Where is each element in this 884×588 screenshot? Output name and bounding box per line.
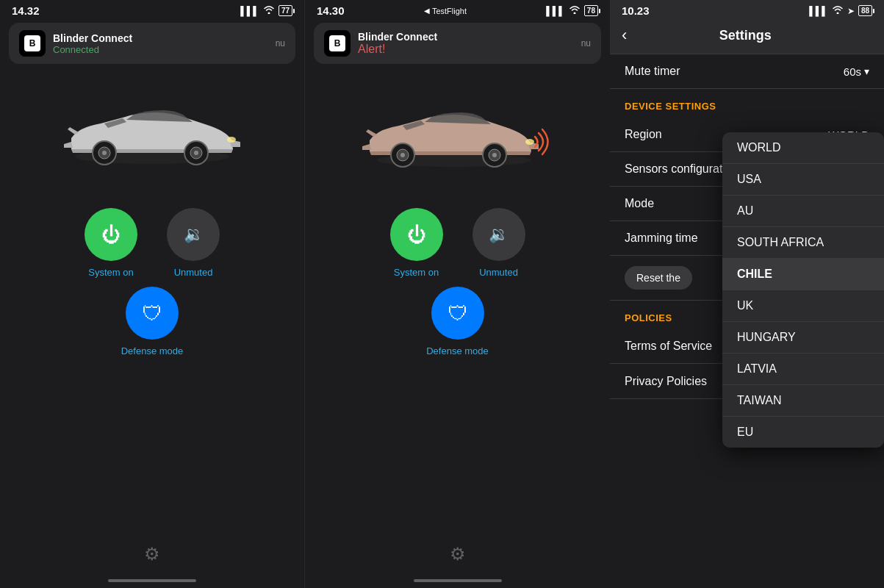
notification-content: Blinder Connect Connected — [53, 32, 268, 55]
dropdown-item-south-africa[interactable]: SOUTH AFRICA — [722, 227, 884, 259]
settings-wifi-icon — [832, 5, 844, 16]
shield-icon: 🛡 — [142, 301, 162, 326]
settings-signal-icon: ▌▌▌ — [809, 6, 828, 16]
reset-button-text: Reset the — [636, 272, 680, 284]
left-home-indicator — [108, 579, 196, 582]
left-notification-card: B Blinder Connect Connected nu — [9, 23, 295, 64]
settings-title: Settings — [636, 28, 855, 43]
back-button[interactable]: ‹ — [622, 26, 627, 45]
jamming-label: Jamming time — [625, 232, 698, 245]
left-gear-row[interactable]: ⚙ — [144, 544, 160, 564]
mute-timer-row: Mute timer 60s ▾ — [610, 54, 884, 89]
middle-gear-icon[interactable]: ⚙ — [450, 544, 466, 564]
dropdown-item-au[interactable]: AU — [722, 196, 884, 227]
middle-notification-status: Alert! — [358, 43, 574, 56]
svg-point-14 — [492, 153, 497, 157]
mute-timer-label: Mute timer — [625, 65, 680, 78]
middle-notification-title: Blinder Connect — [358, 31, 574, 43]
svg-point-11 — [400, 153, 405, 157]
middle-home-indicator — [414, 579, 502, 582]
middle-defense-label: Defense mode — [426, 345, 489, 356]
dropdown-item-world[interactable]: WORLD — [722, 132, 884, 164]
middle-panel: 14.30 TestFlight ▌▌▌ 78 B Blinder Connec — [305, 0, 610, 588]
location-icon: ➤ — [847, 6, 855, 16]
reset-button[interactable]: Reset the — [625, 266, 692, 290]
left-defense-row: 🛡 Defense mode — [121, 287, 184, 356]
notification-status: Connected — [53, 44, 268, 55]
system-on-label: System on — [88, 267, 133, 278]
dropdown-item-uk[interactable]: UK — [722, 290, 884, 322]
region-dropdown: WORLD USA AU SOUTH AFRICA CHILE UK HUNGA… — [722, 132, 884, 448]
wifi-icon — [263, 5, 275, 16]
power-icon: ⏻ — [101, 223, 121, 246]
middle-notification-card: B Blinder Connect Alert! nu — [314, 23, 601, 64]
power-icon: ⏻ — [407, 223, 426, 246]
gear-icon[interactable]: ⚙ — [144, 544, 160, 564]
middle-car-image — [348, 87, 568, 182]
middle-battery: 78 — [584, 5, 598, 16]
signal-icon: ▌▌▌ — [240, 6, 259, 16]
dropdown-item-chile[interactable]: CHILE — [722, 259, 884, 290]
mode-label: Mode — [625, 197, 654, 210]
testflight-label: TestFlight — [424, 7, 467, 15]
middle-system-on-label: System on — [394, 267, 439, 278]
left-car-image — [49, 90, 255, 179]
defense-label: Defense mode — [121, 345, 184, 356]
sensors-label: Sensors configuration — [625, 162, 739, 176]
settings-time: 10.23 — [622, 4, 650, 17]
middle-defense-btn[interactable]: 🛡 Defense mode — [426, 287, 489, 356]
left-system-on-btn[interactable]: ⏻ System on — [85, 208, 137, 278]
svg-point-15 — [525, 139, 534, 145]
middle-gear-row[interactable]: ⚙ — [450, 544, 466, 564]
middle-controls-row: ⏻ System on 🔉 Unmuted — [390, 208, 525, 278]
region-label: Region — [625, 128, 662, 141]
middle-app-icon: B — [324, 30, 351, 57]
left-panel: 14.32 ▌▌▌ 77 B Blinder Connect Connect — [0, 0, 305, 588]
unmuted-circle[interactable]: 🔉 — [167, 208, 220, 261]
right-panel: 10.23 ▌▌▌ ➤ 88 ‹ Settings Mute timer — [610, 0, 884, 588]
dropdown-item-hungary[interactable]: HUNGARY — [722, 322, 884, 354]
middle-unmuted-label: Unmuted — [479, 267, 518, 278]
dropdown-chevron: ▾ — [864, 65, 869, 77]
left-defense-btn[interactable]: 🛡 Defense mode — [121, 287, 184, 356]
mute-timer-value[interactable]: 60s ▾ — [844, 65, 869, 78]
middle-shield-icon: 🛡 — [448, 301, 468, 326]
svg-point-3 — [102, 151, 107, 155]
middle-system-on-circle[interactable]: ⏻ — [390, 208, 443, 261]
defense-circle[interactable]: 🛡 — [126, 287, 179, 340]
sound-icon: 🔉 — [184, 225, 204, 244]
mute-timer-text: 60s — [844, 65, 861, 78]
middle-notification-time: nu — [581, 38, 591, 49]
notification-time: nu — [276, 38, 285, 49]
unmuted-label: Unmuted — [174, 267, 213, 278]
left-status-icons: ▌▌▌ 77 — [240, 5, 292, 16]
svg-point-6 — [194, 151, 198, 155]
system-on-circle[interactable]: ⏻ — [85, 208, 137, 261]
terms-link[interactable]: Terms of Service — [625, 340, 712, 353]
middle-system-on-btn[interactable]: ⏻ System on — [390, 208, 443, 278]
dropdown-item-latvia[interactable]: LATVIA — [722, 354, 884, 385]
middle-unmuted-btn[interactable]: 🔉 Unmuted — [472, 208, 525, 278]
left-unmuted-btn[interactable]: 🔉 Unmuted — [167, 208, 220, 278]
dropdown-item-taiwan[interactable]: TAIWAN — [722, 385, 884, 417]
left-status-bar: 14.32 ▌▌▌ 77 — [0, 0, 304, 20]
privacy-link[interactable]: Privacy Policies — [625, 375, 707, 388]
settings-status-icons: ▌▌▌ ➤ 88 — [809, 5, 872, 16]
middle-time: 14.30 — [317, 4, 345, 17]
wifi-icon — [569, 5, 581, 16]
middle-status-bar: 14.30 TestFlight ▌▌▌ 78 — [305, 0, 610, 20]
middle-defense-circle[interactable]: 🛡 — [431, 287, 484, 340]
dropdown-item-eu[interactable]: EU — [722, 417, 884, 448]
middle-unmuted-circle[interactable]: 🔉 — [472, 208, 525, 261]
left-car-area — [0, 76, 304, 193]
settings-status-bar: 10.23 ▌▌▌ ➤ 88 — [610, 0, 884, 20]
left-time: 14.32 — [12, 4, 40, 17]
settings-battery: 88 — [858, 5, 872, 16]
middle-notification-content: Blinder Connect Alert! — [358, 31, 574, 56]
dropdown-item-usa[interactable]: USA — [722, 164, 884, 196]
battery-indicator: 77 — [279, 5, 292, 16]
middle-status-icons: ▌▌▌ 78 — [546, 5, 598, 16]
middle-car-area — [305, 76, 610, 193]
app-icon: B — [19, 30, 46, 57]
middle-sound-icon: 🔉 — [489, 225, 509, 244]
